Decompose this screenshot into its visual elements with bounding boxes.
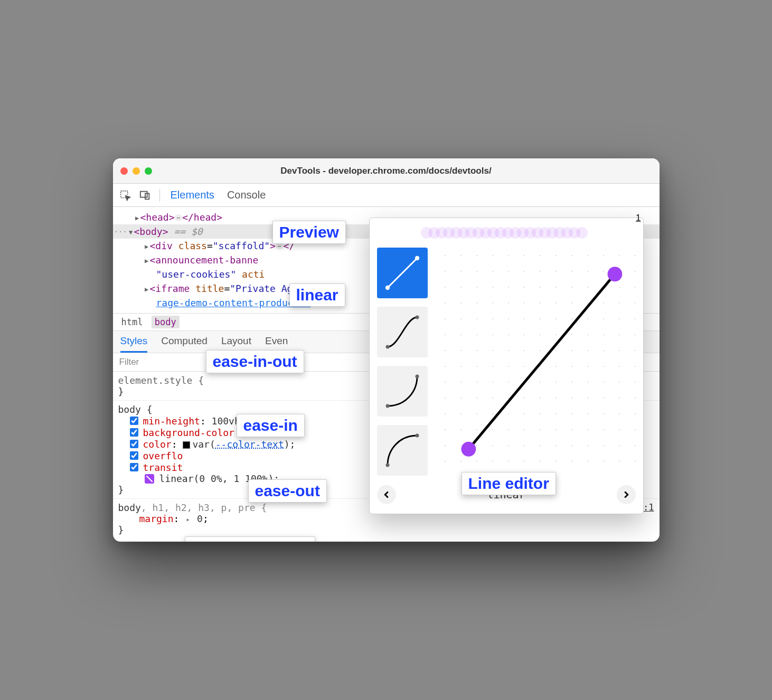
rule-close-brace: }	[118, 524, 654, 535]
preset-list	[377, 248, 428, 476]
callout-preset-switcher: Preset switcher	[185, 536, 316, 542]
breadcrumb-item-active[interactable]: body	[152, 316, 180, 328]
animation-preview: /*dots rendered below*/	[377, 224, 636, 241]
toolbar-divider	[159, 189, 160, 202]
callout-ease-out: ease-out	[248, 479, 327, 503]
svg-rect-1	[140, 191, 147, 197]
svg-point-5	[415, 256, 419, 260]
preset-linear[interactable]	[377, 248, 428, 298]
line-editor[interactable]	[437, 248, 636, 476]
inspect-element-icon[interactable]	[119, 190, 131, 201]
subtab-computed[interactable]: Computed	[161, 335, 208, 353]
minimize-window-button[interactable]	[133, 167, 140, 175]
svg-point-11	[415, 434, 419, 438]
svg-point-4	[385, 286, 389, 290]
expand-icon[interactable]: ▶	[144, 256, 150, 266]
collapse-icon[interactable]: ▼	[128, 228, 134, 237]
css-declaration[interactable]: margin: ▸ 0;	[118, 513, 654, 524]
control-point-start[interactable]	[461, 442, 476, 457]
preset-ease-in-out[interactable]	[377, 307, 428, 357]
main-toolbar: Elements Console	[113, 184, 660, 207]
chevron-left-icon	[383, 491, 390, 498]
svg-point-7	[415, 316, 419, 319]
svg-point-10	[385, 463, 389, 467]
expand-icon[interactable]: ▶	[144, 242, 150, 251]
easing-editor-popover: 1 /*dots rendered below*/	[369, 217, 644, 514]
color-swatch-icon[interactable]	[183, 441, 190, 449]
zoom-window-button[interactable]	[145, 167, 152, 175]
callout-ease-in-out: ease-in-out	[206, 350, 304, 373]
callout-linear: linear	[289, 283, 345, 307]
tab-console[interactable]: Console	[225, 189, 268, 201]
next-preset-button[interactable]	[617, 485, 636, 504]
preset-ease-in[interactable]	[377, 366, 428, 417]
property-toggle[interactable]	[130, 463, 138, 471]
svg-point-6	[385, 345, 389, 349]
svg-line-3	[388, 258, 417, 288]
close-window-button[interactable]	[120, 167, 128, 175]
callout-line-editor: Line editor	[462, 472, 556, 495]
tab-elements[interactable]: Elements	[168, 189, 216, 201]
expand-shorthand-icon[interactable]: ▸	[185, 516, 191, 523]
prev-preset-button[interactable]	[377, 485, 396, 504]
svg-point-9	[415, 375, 419, 379]
devtools-window: DevTools - developer.chrome.com/docs/dev…	[113, 158, 660, 542]
callout-preview: Preview	[272, 221, 346, 244]
breadcrumb-item[interactable]: html	[118, 316, 146, 328]
preset-ease-out[interactable]	[377, 425, 428, 476]
control-point-end[interactable]	[607, 267, 622, 281]
property-toggle[interactable]	[130, 451, 138, 460]
expand-icon[interactable]: ▶	[144, 285, 150, 294]
chevron-right-icon	[623, 491, 630, 498]
property-toggle[interactable]	[130, 428, 138, 437]
property-toggle[interactable]	[130, 440, 138, 448]
titlebar: DevTools - developer.chrome.com/docs/dev…	[113, 158, 660, 184]
window-title: DevTools - developer.chrome.com/docs/dev…	[113, 166, 660, 176]
device-toolbar-icon[interactable]	[139, 190, 151, 201]
source-badge[interactable]: 1	[636, 213, 641, 223]
svg-line-12	[468, 274, 615, 449]
property-toggle[interactable]	[130, 417, 138, 425]
traffic-lights	[120, 167, 152, 175]
easing-swatch-icon[interactable]	[145, 474, 154, 484]
ellipsis-icon[interactable]: ⋯	[175, 214, 183, 221]
expand-icon[interactable]: ▶	[134, 213, 140, 223]
svg-point-8	[385, 404, 389, 408]
callout-ease-in: ease-in	[237, 414, 305, 437]
subtab-styles[interactable]: Styles	[120, 335, 148, 353]
